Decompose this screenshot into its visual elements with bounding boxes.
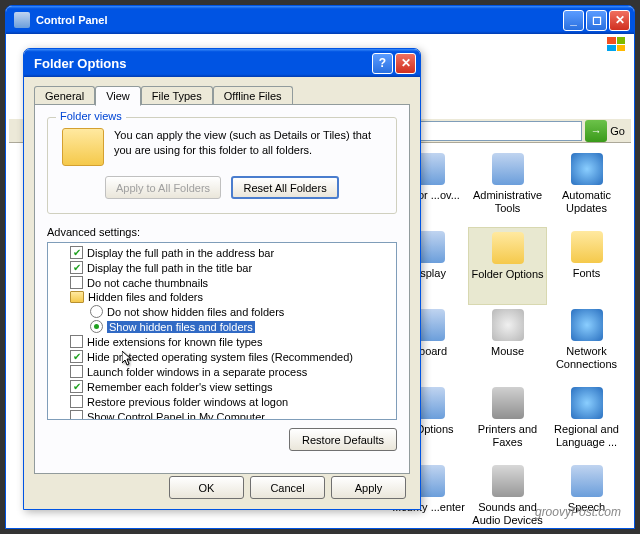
cp-item-network[interactable]: Network Connections xyxy=(547,305,626,383)
go-button[interactable]: → xyxy=(585,120,607,142)
checkbox-icon[interactable]: ✔ xyxy=(70,246,83,259)
cp-item-regional[interactable]: Regional and Language ... xyxy=(547,383,626,461)
tree-item[interactable]: Launch folder windows in a separate proc… xyxy=(50,364,394,379)
main-window-title: Control Panel xyxy=(36,14,108,26)
tree-item[interactable]: Show Control Panel in My Computer xyxy=(50,409,394,420)
cp-item-mouse[interactable]: Mouse xyxy=(468,305,547,383)
main-titlebar: Control Panel _ ◻ ✕ xyxy=(6,6,634,34)
close-button[interactable]: ✕ xyxy=(609,10,630,31)
advanced-settings-label: Advanced settings: xyxy=(47,226,397,238)
speaker-icon xyxy=(492,465,524,497)
windows-flag-icon xyxy=(601,34,631,54)
updates-icon xyxy=(571,153,603,185)
tab-file-types[interactable]: File Types xyxy=(141,86,213,105)
tree-item[interactable]: Hide extensions for known file types xyxy=(50,334,394,349)
folder-views-icon xyxy=(62,128,104,166)
dialog-close-button[interactable]: ✕ xyxy=(395,53,416,74)
checkbox-icon[interactable] xyxy=(70,410,83,420)
checkbox-icon[interactable] xyxy=(70,335,83,348)
regional-icon xyxy=(571,387,603,419)
folder-views-legend: Folder views xyxy=(56,110,126,122)
tree-item[interactable]: ✔Remember each folder's view settings xyxy=(50,379,394,394)
network-icon xyxy=(571,309,603,341)
folder-views-group: Folder views You can apply the view (suc… xyxy=(47,117,397,214)
folder-views-description: You can apply the view (such as Details … xyxy=(114,128,382,159)
cp-item-printers[interactable]: Printers and Faxes xyxy=(468,383,547,461)
maximize-button[interactable]: ◻ xyxy=(586,10,607,31)
cp-item-folder-options[interactable]: Folder Options xyxy=(468,227,547,305)
folder-icon xyxy=(70,291,84,303)
checkbox-icon[interactable] xyxy=(70,365,83,378)
admin-tools-icon xyxy=(492,153,524,185)
printer-icon xyxy=(492,387,524,419)
folder-options-icon xyxy=(492,232,524,264)
checkbox-icon[interactable] xyxy=(70,276,83,289)
fonts-icon xyxy=(571,231,603,263)
apply-button[interactable]: Apply xyxy=(331,476,406,499)
cp-item-auto-updates[interactable]: Automatic Updates xyxy=(547,149,626,227)
minimize-button[interactable]: _ xyxy=(563,10,584,31)
checkbox-icon[interactable]: ✔ xyxy=(70,350,83,363)
tab-offline-files[interactable]: Offline Files xyxy=(213,86,293,105)
checkbox-icon[interactable] xyxy=(70,395,83,408)
advanced-settings-tree[interactable]: ✔Display the full path in the address ba… xyxy=(47,242,397,420)
tree-item-hidden-files-folder[interactable]: Hidden files and folders xyxy=(50,290,394,304)
dialog-titlebar: Folder Options ? ✕ xyxy=(24,49,420,77)
control-panel-icon-grid: ...ld or ...ov... Administrative Tools A… xyxy=(389,149,626,520)
ok-button[interactable]: OK xyxy=(169,476,244,499)
cp-item-admin-tools[interactable]: Administrative Tools xyxy=(468,149,547,227)
tree-item-show-hidden[interactable]: Show hidden files and folders xyxy=(50,319,394,334)
tree-item[interactable]: Restore previous folder windows at logon xyxy=(50,394,394,409)
help-button[interactable]: ? xyxy=(372,53,393,74)
tab-strip: General View File Types Offline Files xyxy=(34,86,410,105)
folder-options-dialog: Folder Options ? ✕ General View File Typ… xyxy=(23,48,421,510)
speech-icon xyxy=(571,465,603,497)
tree-item[interactable]: ✔Display the full path in the address ba… xyxy=(50,245,394,260)
reset-all-folders-button[interactable]: Reset All Folders xyxy=(231,176,339,199)
checkbox-icon[interactable]: ✔ xyxy=(70,380,83,393)
dialog-title: Folder Options xyxy=(34,56,372,71)
cancel-button[interactable]: Cancel xyxy=(250,476,325,499)
radio-icon[interactable] xyxy=(90,320,103,333)
apply-to-all-folders-button[interactable]: Apply to All Folders xyxy=(105,176,221,199)
cp-item-fonts[interactable]: Fonts xyxy=(547,227,626,305)
checkbox-icon[interactable]: ✔ xyxy=(70,261,83,274)
tree-item[interactable]: Do not show hidden files and folders xyxy=(50,304,394,319)
tab-general[interactable]: General xyxy=(34,86,95,105)
tree-item[interactable]: ✔Hide protected operating system files (… xyxy=(50,349,394,364)
tree-item[interactable]: ✔Display the full path in the title bar xyxy=(50,260,394,275)
mouse-icon xyxy=(492,309,524,341)
tree-item[interactable]: Do not cache thumbnails xyxy=(50,275,394,290)
tab-panel-view: Folder views You can apply the view (suc… xyxy=(34,104,410,474)
tab-view[interactable]: View xyxy=(95,86,141,106)
go-label: Go xyxy=(610,125,625,137)
control-panel-icon xyxy=(14,12,30,28)
restore-defaults-button[interactable]: Restore Defaults xyxy=(289,428,397,451)
watermark: groovyPost.com xyxy=(535,505,621,519)
radio-icon[interactable] xyxy=(90,305,103,318)
